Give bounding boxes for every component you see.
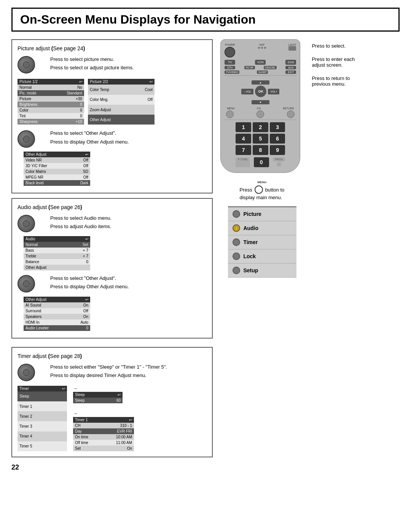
lock-menu-icon — [233, 252, 240, 260]
menu-press-circle — [255, 185, 263, 194]
table-row: Color TempCool — [88, 85, 155, 94]
table-row: MPEG NROff — [24, 174, 90, 180]
power-label: POWER — [225, 43, 235, 46]
num-5-button[interactable]: 5 — [253, 134, 268, 144]
nav-area: ▲ – VOL OK VOL+ ▼ — [225, 78, 296, 105]
audio-adjust-section: Audio adjust (See page 26) Press to sele… — [11, 198, 213, 339]
audio-dial-row-1: Press to select Audio menu. Press to adj… — [18, 213, 207, 234]
prog-button[interactable]: PROG — [273, 157, 285, 161]
light-label: LIGHT — [288, 43, 296, 46]
ch-circle-button[interactable] — [256, 110, 264, 118]
timer1-menu-header: Timer 1 ↩ — [73, 417, 134, 423]
ch-up-button[interactable]: ▲ — [252, 80, 269, 85]
menu-press-row: Press button to — [239, 185, 284, 194]
timer-menu-header: Timer ↩ — [18, 386, 67, 391]
table-row: Other Adjust — [88, 115, 155, 125]
table-row: Timer 4 — [18, 431, 67, 441]
timer-instr-2: Press to display desired Timer Adjust me… — [50, 372, 167, 379]
press-text-2: button to — [265, 187, 285, 193]
sap-label: SAP — [259, 43, 264, 46]
vol-plus-button[interactable]: VOL+ — [268, 89, 279, 94]
table-row: Color MatrixSD — [24, 169, 90, 174]
audio-instr-1: Press to select Audio menu. — [50, 215, 112, 222]
menu-item-lock[interactable]: Lock — [228, 249, 296, 264]
num-9-button[interactable]: 9 — [270, 145, 285, 155]
table-row: SetOn — [73, 446, 134, 451]
table-row: Other Adjust — [24, 265, 90, 270]
picture-dial-2 — [18, 130, 35, 148]
table-row: Off time11:00 AM — [73, 440, 134, 446]
table-row: Timer 1 — [18, 401, 67, 411]
sleep-menu-header: Sleep ↩ — [73, 392, 123, 398]
press-enter-each: Press to enter each adjust screen. — [312, 56, 355, 68]
press-text-1: Press — [239, 187, 252, 193]
dtv-button[interactable]: DTV — [225, 66, 235, 69]
cbscbl-button[interactable]: CBSCBL — [264, 66, 277, 69]
remote-container: POWER SAP LIGHT — [220, 39, 355, 278]
num-4-button[interactable]: 4 — [236, 134, 251, 144]
num-7-button[interactable]: 7 — [236, 145, 251, 155]
menu-circle-button[interactable] — [226, 110, 234, 118]
vol-minus-button[interactable]: – VOL — [241, 89, 253, 94]
dvd-button[interactable]: DVD — [285, 60, 296, 65]
press-select: Press to select. — [312, 43, 355, 49]
num-1-button[interactable]: 1 — [236, 122, 251, 132]
ok-button[interactable]: OK — [255, 86, 266, 97]
table-row: HDMI InAuto — [24, 320, 90, 325]
menu-item-lock-label: Lock — [243, 253, 256, 259]
prog-minus-button[interactable]: – — [277, 162, 281, 166]
num-0-button[interactable]: 0 — [254, 157, 269, 167]
audio-dial-2 — [18, 275, 35, 292]
return-circle-button[interactable] — [287, 110, 295, 118]
table-row: SurroundOff — [24, 308, 90, 314]
table-row: Black levelDark — [24, 180, 90, 186]
menu-label: MENU — [227, 107, 235, 110]
power-button[interactable] — [225, 47, 235, 58]
table-row: Treble+ 7 — [24, 253, 90, 259]
tv-video-button[interactable]: TV/VIDEO — [225, 70, 239, 74]
table-row: Balance0 — [24, 259, 90, 265]
num-2-button[interactable]: 2 — [253, 122, 268, 132]
table-row: Pic. modeStandard — [18, 90, 84, 96]
picture-adjust-title: Picture adjust (See page 24) — [18, 45, 207, 51]
rcvr-button[interactable]: RCVR — [244, 66, 255, 69]
aux-button[interactable]: AUX — [285, 66, 296, 69]
table-row: Bass+ 7 — [24, 248, 90, 253]
table-row: SpeakersOn — [24, 314, 90, 320]
table-row: DayEVR FRI — [73, 428, 134, 434]
separator-1 — [225, 75, 296, 76]
picture-menu-1-back: ↩ — [79, 80, 82, 84]
menu-item-setup[interactable]: Setup — [228, 264, 296, 278]
ch-down-button[interactable]: ▼ — [252, 100, 269, 104]
ftune-button[interactable]: F TUNE — [236, 157, 250, 167]
table-row: NormalNo — [18, 85, 84, 90]
table-row: CH310 - 1 — [73, 423, 134, 428]
audio-menu-1: Audio ↩ NormalSet Bass+ 7 Treble+ 7 Bala… — [24, 236, 90, 270]
audio-instr-3: Press to select "Other Adjust". — [50, 275, 129, 282]
menu-item-timer[interactable]: Timer — [228, 235, 296, 249]
audio-adjust-title: Audio adjust (See page 26) — [18, 204, 207, 210]
ch-label-bottom: CH — [257, 107, 261, 110]
timer-sub-menus: → Sleep ↩ — [73, 386, 134, 451]
press-text-3: display main menu. — [239, 195, 284, 200]
sleep-button[interactable]: SLEEP — [257, 70, 268, 74]
table-row: AI SoundOn — [24, 302, 90, 308]
menu-item-picture[interactable]: Picture — [228, 206, 296, 221]
num-6-button[interactable]: 6 — [270, 134, 285, 144]
table-row: Video NROff — [24, 157, 90, 163]
tv-button[interactable]: TV — [225, 60, 235, 65]
table-row: Picture+30 — [18, 96, 84, 102]
light-button[interactable] — [288, 46, 296, 51]
menu-item-audio[interactable]: ♪ Audio — [228, 221, 296, 235]
timer1-menu-wrapper: → Timer 1 ↩ — [73, 411, 134, 451]
num-8-button[interactable]: 8 — [253, 145, 268, 155]
table-row: Sleep — [18, 391, 67, 401]
table-row: Brightness0 — [18, 102, 84, 107]
exit-button[interactable]: EXIT — [285, 70, 296, 74]
table-row: Timer 3 — [18, 421, 67, 431]
menu-ch-return-buttons — [226, 110, 295, 118]
setup-menu-icon — [233, 267, 240, 274]
vcr-button[interactable]: VCR — [255, 60, 266, 65]
timer-adjust-title: Timer adjust (See page 28) — [18, 353, 207, 359]
num-3-button[interactable]: 3 — [270, 122, 285, 132]
